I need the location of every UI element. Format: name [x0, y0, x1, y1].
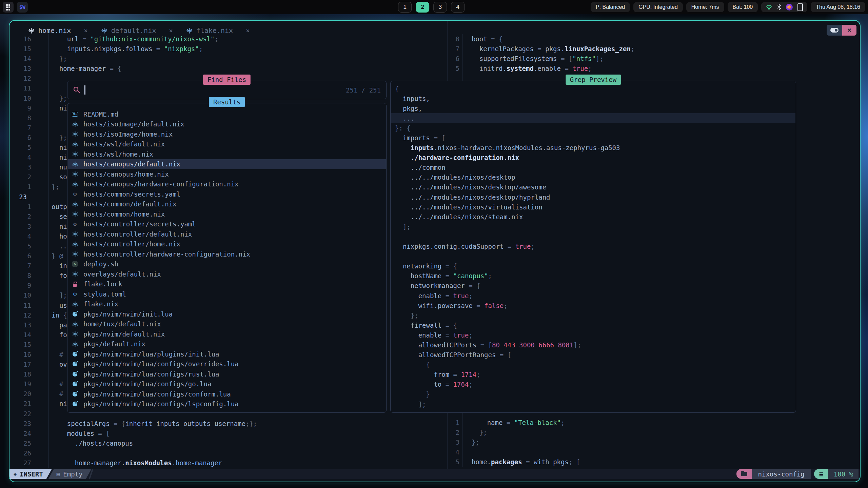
launcher-logo[interactable]: $W [17, 2, 28, 13]
preview-line: }; [391, 310, 795, 320]
lua-icon [73, 392, 77, 396]
result-item[interactable]: hosts/isoImage/home.nix [68, 129, 386, 139]
gear-icon: ⚙ [73, 191, 77, 197]
line-number: 19 [9, 379, 31, 389]
result-item[interactable]: hosts/canopus/home.nix [68, 169, 386, 179]
preview-line: ../common [391, 163, 795, 172]
line-number: 4 [448, 447, 459, 457]
line-number: 7 [9, 261, 31, 271]
result-item[interactable]: >deploy.sh [68, 259, 386, 269]
tab-label: default.nix [111, 26, 156, 35]
line-number: 14 [9, 330, 31, 340]
line-number: 4 [9, 152, 31, 162]
code-line: 3 }; [448, 438, 854, 447]
result-label: hosts/wsl/home.nix [83, 150, 153, 158]
result-item[interactable]: overlays/default.nix [68, 269, 386, 279]
result-item[interactable]: hosts/wsl/home.nix [68, 149, 386, 159]
tab-default.nix[interactable]: default.nix× [101, 26, 173, 35]
result-label: pkgs/nvim/default.nix [83, 330, 165, 338]
workspace-button-1[interactable]: 1 [398, 2, 412, 13]
apps-grid-icon[interactable] [3, 2, 14, 13]
preview-line: ]; [391, 222, 795, 231]
nix-icon [72, 251, 78, 257]
nix-icon [72, 301, 78, 307]
line-number: 15 [9, 340, 31, 350]
result-item[interactable]: pkgs/nvim/nvim/lua/configs/go.lua [68, 379, 386, 389]
workspace-button-4[interactable]: 4 [451, 2, 465, 13]
lua-icon [73, 352, 77, 357]
result-item[interactable]: hosts/common/home.nix [68, 209, 386, 219]
result-item[interactable]: ⚙stylua.toml [68, 289, 386, 299]
line-number: 22 [9, 409, 31, 419]
wifi-icon[interactable] [766, 4, 772, 10]
line-number: 9 [9, 281, 31, 290]
nix-icon [72, 201, 78, 207]
result-item[interactable]: home/tux/default.nix [68, 319, 386, 329]
nix-icon [72, 121, 78, 127]
result-item[interactable]: M↓README.md [68, 109, 386, 119]
line-number: 21 [9, 399, 31, 409]
result-item[interactable]: pkgs/nvim/default.nix [68, 329, 386, 339]
result-item[interactable]: ⚙hosts/common/secrets.yaml [68, 189, 386, 199]
code-line: 27 home-manager.nixosModules.home-manage… [9, 458, 445, 468]
result-item[interactable]: hosts/canopus/hardware-configuration.nix [68, 179, 386, 189]
phone-icon[interactable] [797, 3, 803, 11]
result-item[interactable]: pkgs/nvim/nvim/lua/configs/lspconfig.lua [68, 399, 386, 409]
code-line: 25 ./hosts/canopus [9, 439, 445, 448]
preview-line: enable = true; [391, 291, 795, 301]
result-item[interactable]: pkgs/nvim/nvim/lua/plugins/init.lua [68, 349, 386, 359]
result-item[interactable]: pkgs/nvim/nvim/lua/configs/overrides.lua [68, 359, 386, 369]
nix-icon [28, 28, 34, 34]
preview-line: }: { [391, 123, 795, 133]
result-item[interactable]: hosts/controller/hardware-configuration.… [68, 249, 386, 259]
flame-icon[interactable] [786, 4, 793, 11]
line-number: 8 [9, 113, 31, 123]
preview-line: allowedTCPPorts = [80 443 3000 6666 8081… [391, 340, 795, 350]
result-item[interactable]: hosts/isoImage/default.nix [68, 119, 386, 129]
bluetooth-icon[interactable] [777, 4, 781, 10]
nix-icon [72, 341, 78, 347]
workspace-button-3[interactable]: 3 [433, 2, 447, 13]
nix-icon [72, 321, 78, 327]
result-item[interactable]: hosts/wsl/default.nix [68, 139, 386, 149]
result-label: pkgs/default.nix [83, 340, 145, 348]
result-label: home/tux/default.nix [83, 320, 161, 328]
code-line: 8 boot = { [448, 34, 854, 44]
line-number: 6 [448, 54, 459, 64]
result-item[interactable]: pkgs/nvim/nvim/init.lua [68, 309, 386, 319]
tab-close-icon[interactable]: × [84, 27, 87, 34]
nix-icon [72, 131, 78, 137]
result-item[interactable]: pkgs/default.nix [68, 339, 386, 349]
line-number: 11 [9, 301, 31, 310]
result-item[interactable]: hosts/controller/home.nix [68, 239, 386, 249]
result-item[interactable]: flake.nix [68, 299, 386, 309]
preview-line: ../../modules/nixos/desktop/awesome [391, 182, 795, 192]
line-number: 6 [9, 251, 31, 261]
preview-line: enable = true; [391, 330, 795, 340]
result-item[interactable]: pkgs/nvim/nvim/lua/configs/conform.lua [68, 389, 386, 399]
workspace-button-2[interactable]: 2 [416, 2, 429, 13]
result-item[interactable]: hosts/controller/default.nix [68, 229, 386, 239]
line-number: 8 [448, 34, 459, 44]
tab-flake.nix[interactable]: flake.nix× [186, 26, 250, 35]
tab-home.nix[interactable]: home.nix× [28, 26, 88, 35]
result-label: pkgs/nvim/nvim/lua/plugins/init.lua [83, 350, 219, 358]
line-number: 15 [9, 44, 31, 54]
grid-glyph [6, 4, 10, 11]
find-files-prompt[interactable]: Find Files 251 / 251 [67, 81, 387, 99]
result-item[interactable]: ⚙hosts/controller/secrets.yaml [68, 219, 386, 229]
workspace-switcher: 1234 [398, 0, 465, 14]
search-icon [73, 86, 80, 94]
result-label: pkgs/nvim/nvim/lua/configs/go.lua [83, 380, 212, 388]
tab-close-icon[interactable]: × [246, 27, 250, 34]
result-item[interactable]: hosts/canopus/default.nix [68, 159, 386, 169]
project-segment-icon [736, 469, 752, 479]
result-item[interactable]: flake.lock [68, 279, 386, 289]
result-item[interactable]: hosts/common/default.nix [68, 199, 386, 209]
preview-line: ]; [391, 399, 795, 409]
preview-line: nixpkgs.config.cudaSupport = true; [391, 242, 795, 251]
tab-close-icon[interactable]: × [169, 27, 173, 34]
preview-line: allowedTCPPortRanges = [ [391, 350, 795, 360]
preview-line: } [391, 389, 795, 399]
result-item[interactable]: pkgs/nvim/nvim/lua/configs/rust.lua [68, 369, 386, 379]
